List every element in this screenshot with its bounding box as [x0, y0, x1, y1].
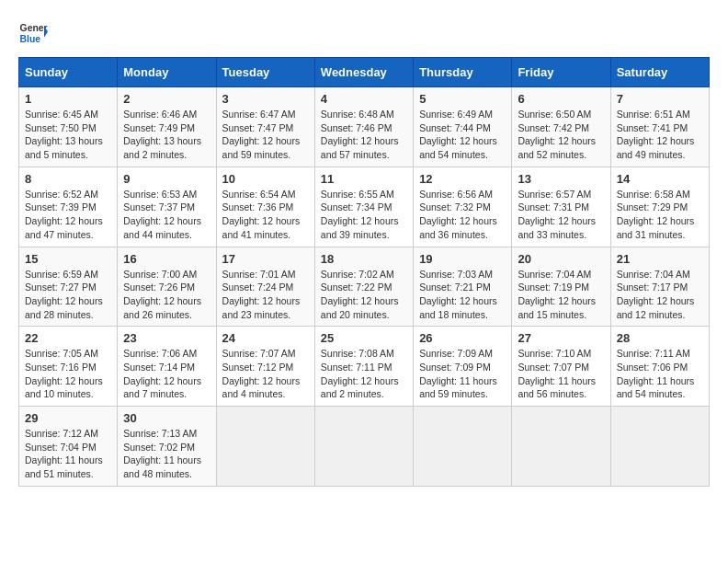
day-number: 24 — [222, 331, 309, 345]
day-info: Sunrise: 6:56 AM Sunset: 7:32 PM Dayligh… — [419, 188, 506, 242]
day-info: Sunrise: 6:51 AM Sunset: 7:41 PM Dayligh… — [617, 108, 703, 162]
logo: General Blue — [18, 18, 51, 48]
day-number: 18 — [321, 252, 407, 266]
logo-icon: General Blue — [18, 18, 48, 48]
calendar-cell: 12Sunrise: 6:56 AM Sunset: 7:32 PM Dayli… — [414, 167, 512, 247]
day-info: Sunrise: 6:59 AM Sunset: 7:27 PM Dayligh… — [25, 268, 111, 322]
day-number: 7 — [617, 92, 703, 106]
calendar-table: SundayMondayTuesdayWednesdayThursdayFrid… — [18, 57, 710, 487]
calendar-cell: 18Sunrise: 7:02 AM Sunset: 7:22 PM Dayli… — [314, 247, 413, 327]
day-number: 2 — [123, 92, 210, 106]
calendar-cell — [414, 407, 512, 487]
day-number: 4 — [321, 92, 407, 106]
day-info: Sunrise: 6:54 AM Sunset: 7:36 PM Dayligh… — [222, 188, 309, 242]
calendar-cell: 20Sunrise: 7:04 AM Sunset: 7:19 PM Dayli… — [512, 247, 610, 327]
calendar-cell: 17Sunrise: 7:01 AM Sunset: 7:24 PM Dayli… — [216, 247, 314, 327]
day-info: Sunrise: 6:53 AM Sunset: 7:37 PM Dayligh… — [123, 188, 210, 242]
day-number: 27 — [518, 331, 604, 345]
day-info: Sunrise: 6:49 AM Sunset: 7:44 PM Dayligh… — [419, 108, 506, 162]
calendar-cell: 22Sunrise: 7:05 AM Sunset: 7:16 PM Dayli… — [19, 327, 118, 407]
weekday-header-monday: Monday — [118, 58, 216, 87]
calendar-cell: 9Sunrise: 6:53 AM Sunset: 7:37 PM Daylig… — [118, 167, 216, 247]
calendar-cell: 4Sunrise: 6:48 AM Sunset: 7:46 PM Daylig… — [314, 87, 413, 167]
calendar-cell: 1Sunrise: 6:45 AM Sunset: 7:50 PM Daylig… — [19, 87, 118, 167]
svg-text:General: General — [20, 23, 48, 33]
calendar-cell — [610, 407, 709, 487]
calendar-cell: 21Sunrise: 7:04 AM Sunset: 7:17 PM Dayli… — [610, 247, 709, 327]
day-info: Sunrise: 6:47 AM Sunset: 7:47 PM Dayligh… — [222, 108, 309, 162]
day-number: 12 — [419, 172, 506, 186]
calendar-cell: 19Sunrise: 7:03 AM Sunset: 7:21 PM Dayli… — [414, 247, 512, 327]
calendar-cell — [314, 407, 413, 487]
day-info: Sunrise: 7:12 AM Sunset: 7:04 PM Dayligh… — [25, 427, 111, 481]
day-info: Sunrise: 6:57 AM Sunset: 7:31 PM Dayligh… — [518, 188, 604, 242]
calendar-cell: 25Sunrise: 7:08 AM Sunset: 7:11 PM Dayli… — [314, 327, 413, 407]
page-header: General Blue — [18, 18, 710, 48]
day-number: 29 — [25, 411, 111, 425]
day-number: 20 — [518, 252, 604, 266]
day-number: 5 — [419, 92, 506, 106]
weekday-header-tuesday: Tuesday — [216, 58, 314, 87]
weekday-header-sunday: Sunday — [19, 58, 118, 87]
day-info: Sunrise: 7:00 AM Sunset: 7:26 PM Dayligh… — [123, 268, 210, 322]
day-number: 14 — [617, 172, 703, 186]
calendar-cell: 10Sunrise: 6:54 AM Sunset: 7:36 PM Dayli… — [216, 167, 314, 247]
day-number: 19 — [419, 252, 506, 266]
calendar-cell: 29Sunrise: 7:12 AM Sunset: 7:04 PM Dayli… — [19, 407, 118, 487]
day-number: 6 — [518, 92, 604, 106]
day-number: 28 — [617, 331, 703, 345]
day-info: Sunrise: 6:52 AM Sunset: 7:39 PM Dayligh… — [25, 188, 111, 242]
calendar-cell: 27Sunrise: 7:10 AM Sunset: 7:07 PM Dayli… — [512, 327, 610, 407]
calendar-header-row: SundayMondayTuesdayWednesdayThursdayFrid… — [19, 58, 710, 87]
calendar-week-row: 29Sunrise: 7:12 AM Sunset: 7:04 PM Dayli… — [19, 407, 710, 487]
weekday-header-friday: Friday — [512, 58, 610, 87]
day-number: 3 — [222, 92, 309, 106]
calendar-week-row: 22Sunrise: 7:05 AM Sunset: 7:16 PM Dayli… — [19, 327, 710, 407]
day-number: 21 — [617, 252, 703, 266]
day-number: 23 — [123, 331, 210, 345]
day-number: 16 — [123, 252, 210, 266]
day-info: Sunrise: 7:10 AM Sunset: 7:07 PM Dayligh… — [518, 347, 604, 401]
calendar-week-row: 1Sunrise: 6:45 AM Sunset: 7:50 PM Daylig… — [19, 87, 710, 167]
day-number: 1 — [25, 92, 111, 106]
day-info: Sunrise: 7:05 AM Sunset: 7:16 PM Dayligh… — [25, 347, 111, 401]
calendar-cell: 30Sunrise: 7:13 AM Sunset: 7:02 PM Dayli… — [118, 407, 216, 487]
day-info: Sunrise: 7:02 AM Sunset: 7:22 PM Dayligh… — [321, 268, 407, 322]
day-info: Sunrise: 7:06 AM Sunset: 7:14 PM Dayligh… — [123, 347, 210, 401]
calendar-cell: 6Sunrise: 6:50 AM Sunset: 7:42 PM Daylig… — [512, 87, 610, 167]
day-number: 15 — [25, 252, 111, 266]
day-info: Sunrise: 6:48 AM Sunset: 7:46 PM Dayligh… — [321, 108, 407, 162]
day-number: 26 — [419, 331, 506, 345]
day-info: Sunrise: 7:01 AM Sunset: 7:24 PM Dayligh… — [222, 268, 309, 322]
day-info: Sunrise: 6:50 AM Sunset: 7:42 PM Dayligh… — [518, 108, 604, 162]
day-info: Sunrise: 7:11 AM Sunset: 7:06 PM Dayligh… — [617, 347, 703, 401]
calendar-cell: 5Sunrise: 6:49 AM Sunset: 7:44 PM Daylig… — [414, 87, 512, 167]
day-number: 9 — [123, 172, 210, 186]
day-number: 10 — [222, 172, 309, 186]
day-info: Sunrise: 6:45 AM Sunset: 7:50 PM Dayligh… — [25, 108, 111, 162]
svg-text:Blue: Blue — [20, 34, 41, 44]
calendar-cell: 2Sunrise: 6:46 AM Sunset: 7:49 PM Daylig… — [118, 87, 216, 167]
calendar-cell: 11Sunrise: 6:55 AM Sunset: 7:34 PM Dayli… — [314, 167, 413, 247]
calendar-cell — [216, 407, 314, 487]
day-info: Sunrise: 7:09 AM Sunset: 7:09 PM Dayligh… — [419, 347, 506, 401]
day-info: Sunrise: 6:55 AM Sunset: 7:34 PM Dayligh… — [321, 188, 407, 242]
calendar-cell: 7Sunrise: 6:51 AM Sunset: 7:41 PM Daylig… — [610, 87, 709, 167]
calendar-cell: 16Sunrise: 7:00 AM Sunset: 7:26 PM Dayli… — [118, 247, 216, 327]
calendar-cell: 24Sunrise: 7:07 AM Sunset: 7:12 PM Dayli… — [216, 327, 314, 407]
day-number: 11 — [321, 172, 407, 186]
calendar-cell: 3Sunrise: 6:47 AM Sunset: 7:47 PM Daylig… — [216, 87, 314, 167]
weekday-header-saturday: Saturday — [610, 58, 709, 87]
day-number: 22 — [25, 331, 111, 345]
day-info: Sunrise: 7:07 AM Sunset: 7:12 PM Dayligh… — [222, 347, 309, 401]
day-number: 17 — [222, 252, 309, 266]
day-info: Sunrise: 7:04 AM Sunset: 7:19 PM Dayligh… — [518, 268, 604, 322]
day-info: Sunrise: 7:04 AM Sunset: 7:17 PM Dayligh… — [617, 268, 703, 322]
weekday-header-wednesday: Wednesday — [314, 58, 413, 87]
day-info: Sunrise: 7:08 AM Sunset: 7:11 PM Dayligh… — [321, 347, 407, 401]
calendar-cell: 28Sunrise: 7:11 AM Sunset: 7:06 PM Dayli… — [610, 327, 709, 407]
calendar-week-row: 8Sunrise: 6:52 AM Sunset: 7:39 PM Daylig… — [19, 167, 710, 247]
day-number: 8 — [25, 172, 111, 186]
calendar-cell: 8Sunrise: 6:52 AM Sunset: 7:39 PM Daylig… — [19, 167, 118, 247]
calendar-cell — [512, 407, 610, 487]
